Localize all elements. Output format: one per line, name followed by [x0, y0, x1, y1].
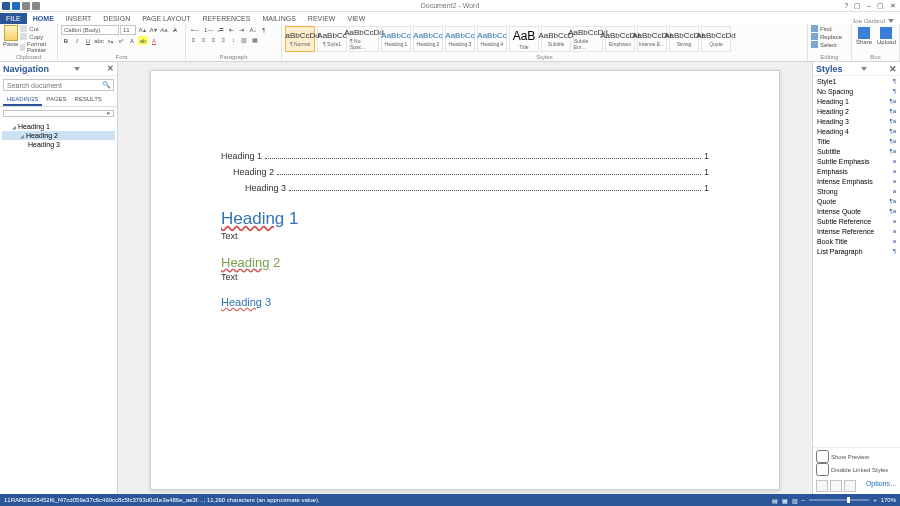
replace-button[interactable]: Replace: [811, 33, 842, 40]
nav-heading-item[interactable]: Heading 2: [2, 131, 115, 140]
shading-button[interactable]: ▥: [239, 35, 249, 44]
change-case-button[interactable]: Aa: [159, 25, 169, 34]
ribbon-display-button[interactable]: ▢: [854, 2, 861, 10]
nav-heading-item[interactable]: Heading 1: [2, 122, 115, 131]
chevron-down-icon[interactable]: [861, 67, 867, 71]
style-list-item[interactable]: Style1¶: [813, 76, 900, 86]
styles-options-link[interactable]: Options…: [866, 480, 897, 492]
numbering-button[interactable]: 1—: [202, 25, 215, 34]
undo-icon[interactable]: [22, 2, 30, 10]
justify-button[interactable]: ≡: [219, 35, 228, 44]
align-center-button[interactable]: ≡: [199, 35, 208, 44]
sort-button[interactable]: A↓: [247, 25, 258, 34]
style-tile-emphasis[interactable]: AaBbCcDdEmphasis: [605, 26, 635, 52]
show-marks-button[interactable]: ¶: [259, 25, 268, 34]
bold-button[interactable]: B: [61, 36, 71, 45]
view-read-button[interactable]: ▤: [772, 497, 778, 504]
zoom-in-button[interactable]: +: [873, 497, 877, 503]
style-tile-subtle-em-[interactable]: AaBbCcDdSubtle Em…: [573, 26, 603, 52]
grow-font-button[interactable]: A▴: [137, 25, 147, 34]
zoom-level[interactable]: 170%: [881, 497, 896, 503]
align-right-button[interactable]: ≡: [209, 35, 218, 44]
close-styles-button[interactable]: ✕: [889, 64, 897, 74]
zoom-out-button[interactable]: −: [802, 497, 806, 503]
show-preview-checkbox[interactable]: Show Preview: [816, 450, 897, 463]
highlight-button[interactable]: ab: [138, 36, 148, 45]
view-print-button[interactable]: ▦: [782, 497, 788, 504]
line-spacing-button[interactable]: ↕: [229, 35, 238, 44]
subscript-button[interactable]: x₂: [105, 36, 115, 45]
style-tile-heading-4[interactable]: AaBbCcHeading 4: [477, 26, 507, 52]
tab-design[interactable]: DESIGN: [97, 13, 136, 24]
nav-tab-headings[interactable]: HEADINGS: [3, 94, 42, 106]
style-tile-quote[interactable]: AaBbCcDdQuote: [701, 26, 731, 52]
nav-search-input[interactable]: [4, 80, 113, 90]
style-tile-heading-2[interactable]: AaBbCcHeading 2: [413, 26, 443, 52]
align-left-button[interactable]: ≡: [189, 35, 198, 44]
help-button[interactable]: ?: [844, 2, 848, 10]
save-icon[interactable]: [12, 2, 20, 10]
style-tile-title[interactable]: AaBTitle: [509, 26, 539, 52]
style-inspector-button[interactable]: [830, 480, 842, 492]
select-button[interactable]: Select: [811, 41, 842, 48]
style-tile--normal[interactable]: AaBbCcDd¶ Normal: [285, 26, 315, 52]
style-tile--no-spac-[interactable]: AaBbCcDd¶ No Spac…: [349, 26, 379, 52]
view-web-button[interactable]: ▥: [792, 497, 798, 504]
superscript-button[interactable]: x²: [116, 36, 126, 45]
tab-references[interactable]: REFERENCES: [197, 13, 257, 24]
strikethrough-button[interactable]: abc: [94, 36, 104, 45]
tab-file[interactable]: FILE: [0, 13, 27, 24]
upload-button[interactable]: Upload: [877, 27, 896, 45]
shrink-font-button[interactable]: A▾: [148, 25, 158, 34]
toc-entry[interactable]: Heading 11: [221, 151, 709, 161]
nav-tab-pages[interactable]: PAGES: [42, 94, 70, 106]
italic-button[interactable]: I: [72, 36, 82, 45]
decrease-indent-button[interactable]: ⇤: [227, 25, 236, 34]
close-button[interactable]: ✕: [890, 2, 896, 10]
format-painter-button[interactable]: Format Painter: [20, 41, 54, 53]
document-area[interactable]: Heading 11Heading 21Heading 31 Heading 1…: [118, 62, 812, 494]
style-list-item[interactable]: Subtitle¶a: [813, 146, 900, 156]
doc-body-text[interactable]: Text: [221, 231, 709, 241]
chevron-down-icon[interactable]: [74, 67, 80, 71]
style-tile-strong[interactable]: AaBbCcDdStrong: [669, 26, 699, 52]
font-name-select[interactable]: Calibri (Body): [61, 25, 119, 35]
zoom-slider[interactable]: [809, 499, 869, 501]
style-list-item[interactable]: List Paragraph¶: [813, 246, 900, 256]
style-list-item[interactable]: Heading 4¶a: [813, 126, 900, 136]
style-list-item[interactable]: Title¶a: [813, 136, 900, 146]
tab-insert[interactable]: INSERT: [60, 13, 98, 24]
style-list-item[interactable]: Emphasisa: [813, 166, 900, 176]
underline-button[interactable]: U: [83, 36, 93, 45]
cut-button[interactable]: Cut: [20, 25, 54, 32]
style-list-item[interactable]: Subtle Emphasisa: [813, 156, 900, 166]
style-list-item[interactable]: Intense Referencea: [813, 226, 900, 236]
tab-view[interactable]: VIEW: [341, 13, 371, 24]
tab-review[interactable]: REVIEW: [302, 13, 342, 24]
tab-mailings[interactable]: MAILINGS: [256, 13, 301, 24]
nav-search[interactable]: 🔍: [3, 79, 114, 91]
doc-body-text[interactable]: Text: [221, 272, 709, 282]
page[interactable]: Heading 11Heading 21Heading 31 Heading 1…: [150, 70, 780, 490]
style-list-item[interactable]: Intense Emphasisa: [813, 176, 900, 186]
doc-heading-1[interactable]: Heading 1: [221, 209, 709, 229]
style-list-item[interactable]: Stronga: [813, 186, 900, 196]
font-color-button[interactable]: A: [149, 36, 159, 45]
borders-button[interactable]: ▦: [250, 35, 260, 44]
tab-home[interactable]: HOME: [27, 13, 60, 24]
search-icon[interactable]: 🔍: [102, 81, 111, 89]
toc-entry[interactable]: Heading 21: [221, 167, 709, 177]
style-list-item[interactable]: No Spacing¶: [813, 86, 900, 96]
redo-icon[interactable]: [32, 2, 40, 10]
find-button[interactable]: Find: [811, 25, 842, 32]
new-style-button[interactable]: [816, 480, 828, 492]
style-list-item[interactable]: Heading 3¶a: [813, 116, 900, 126]
paste-button[interactable]: Paste: [3, 25, 18, 47]
increase-indent-button[interactable]: ⇥: [237, 25, 246, 34]
disable-linked-checkbox[interactable]: Disable Linked Styles: [816, 463, 897, 476]
style-tile-heading-1[interactable]: AaBbCcHeading 1: [381, 26, 411, 52]
share-button[interactable]: Share: [855, 27, 873, 45]
style-list-item[interactable]: Subtle Referencea: [813, 216, 900, 226]
style-tile-subtitle[interactable]: AaBbCcDSubtitle: [541, 26, 571, 52]
style-tile-intense-e-[interactable]: AaBbCcDdIntense E…: [637, 26, 667, 52]
